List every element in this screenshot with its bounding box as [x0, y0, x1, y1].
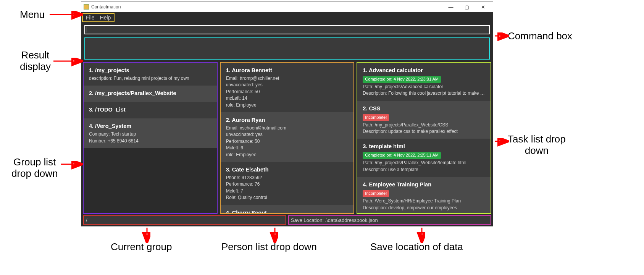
- arrow-icon: [0, 0, 644, 275]
